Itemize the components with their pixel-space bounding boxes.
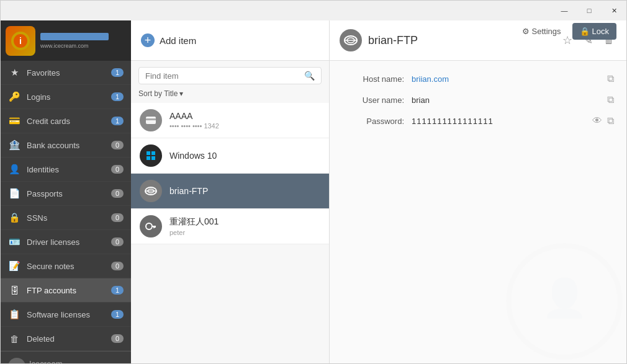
field-copy-button-2[interactable]: ⧉ (607, 115, 614, 127)
favorites-icon: ★ (8, 66, 20, 79)
svg-rect-4 (146, 118, 156, 120)
svg-rect-8 (151, 156, 155, 160)
ssns-icon: 🔒 (8, 211, 20, 224)
items-list: AAAA •••• •••• •••• 1342 Windows 10 bria… (131, 103, 329, 363)
sidebar-footer: i Icecream APPS (1, 351, 131, 363)
list-item-name-brian-ftp: brian-FTP (169, 186, 208, 196)
sidebar-item-software-licenses[interactable]: 📋 Software licenses 1 (1, 303, 131, 327)
list-item-icon-windows10 (140, 144, 162, 167)
svg-text:i: i (19, 36, 22, 46)
field-copy-button-0[interactable]: ⧉ (607, 73, 614, 84)
list-item-sub-item4: peter (169, 229, 219, 236)
field-value-0: briian.com (412, 74, 602, 84)
software-licenses-icon: 📋 (8, 308, 20, 321)
credit-cards-icon: 💳 (8, 115, 20, 127)
field-eye-button-2[interactable]: 👁 (592, 115, 602, 127)
sidebar-item-driver-licenses[interactable]: 🪪 Driver licenses 0 (1, 230, 131, 254)
sidebar-count-secure-notes: 0 (111, 262, 124, 270)
detail-field-0: Host name: briian.com ⧉ (342, 73, 614, 84)
detail-field-2: Password: 1111111111111111 👁 ⧉ (342, 115, 614, 127)
passports-icon: 📄 (8, 187, 20, 200)
footer-logo-icon: i (8, 358, 25, 363)
sidebar-item-credit-cards[interactable]: 💳 Credit cards 1 (1, 109, 131, 133)
svg-point-19 (508, 246, 620, 357)
list-item-icon-aaaa (140, 109, 162, 131)
list-item-text-aaaa: AAAA •••• •••• •••• 1342 (169, 111, 219, 130)
list-item-brian-ftp[interactable]: brian-FTP (131, 174, 329, 209)
sidebar-item-favorites[interactable]: ★ Favorites 1 (1, 61, 131, 85)
sidebar-item-identities[interactable]: 👤 Identities 0 (1, 158, 131, 182)
sidebar-item-secure-notes[interactable]: 📝 Secure notes 0 (1, 254, 131, 278)
sort-button[interactable]: Sort by Title ▾ (138, 89, 183, 98)
field-label-1: User name: (342, 95, 404, 105)
sort-arrow-icon: ▾ (179, 89, 183, 98)
sidebar-label-ftp-accounts: FTP accounts (27, 286, 111, 295)
search-input[interactable] (145, 71, 304, 81)
list-item-text-item4: 重灌狂人001 peter (169, 216, 219, 236)
sidebar: i www.icecream.com ★ Favorites 1 🔑 Login… (1, 20, 131, 363)
window-controls: — □ ✕ (552, 1, 626, 20)
sidebar-item-ftp-accounts[interactable]: 🗄 FTP accounts 1 (1, 278, 131, 303)
add-item-button[interactable]: + Add item (141, 33, 196, 47)
sidebar-label-identities: Identities (27, 165, 111, 174)
list-item-windows10[interactable]: Windows 10 (131, 138, 329, 174)
sidebar-count-ftp-accounts: 1 (111, 286, 124, 295)
app-body: i www.icecream.com ★ Favorites 1 🔑 Login… (1, 20, 626, 363)
title-bar: — □ ✕ (1, 1, 626, 20)
svg-text:👤: 👤 (541, 276, 588, 320)
detail-field-1: User name: brian ⧉ (342, 94, 614, 105)
sidebar-item-deleted[interactable]: 🗑 Deleted 0 (1, 327, 131, 351)
field-label-2: Password: (342, 117, 404, 126)
footer-brand-name: Icecream (29, 359, 62, 364)
app-window: — □ ✕ i www.icecream.com (0, 0, 627, 364)
sidebar-item-logins[interactable]: 🔑 Logins 1 (1, 85, 131, 109)
list-item-icon-item4 (140, 215, 162, 237)
settings-button[interactable]: ⚙ Settings (517, 24, 566, 38)
lock-button[interactable]: 🔒 Lock (572, 23, 616, 40)
sidebar-item-ssns[interactable]: 🔒 SSNs 0 (1, 206, 131, 230)
detail-header: ⚙ Settings 🔒 Lock brian-FTP (330, 20, 626, 61)
sidebar-count-credit-cards: 1 (111, 117, 124, 125)
plus-icon: + (141, 33, 155, 47)
list-item-text-brian-ftp: brian-FTP (169, 186, 208, 196)
sort-bar: Sort by Title ▾ (131, 87, 329, 103)
logo-title-bar (40, 33, 109, 40)
sidebar-label-bank-accounts: Bank accounts (27, 141, 111, 150)
header-action-area: ⚙ Settings 🔒 Lock (517, 23, 616, 40)
sidebar-count-logins: 1 (111, 92, 124, 101)
sidebar-item-bank-accounts[interactable]: 🏦 Bank accounts 0 (1, 133, 131, 158)
svg-rect-7 (147, 156, 150, 160)
sidebar-count-ssns: 0 (111, 213, 124, 222)
middle-panel: + Add item 🔍 Sort by Title ▾ AA (131, 20, 330, 363)
close-button[interactable]: ✕ (602, 1, 626, 20)
detail-panel: ⚙ Settings 🔒 Lock brian-FTP (330, 20, 626, 363)
watermark: 👤 (502, 239, 626, 363)
minimize-button[interactable]: — (552, 1, 577, 20)
sidebar-count-identities: 0 (111, 165, 124, 174)
sidebar-count-deleted: 0 (111, 334, 124, 343)
list-item-icon-brian-ftp (140, 180, 162, 202)
svg-rect-6 (151, 151, 155, 155)
list-item-sub-aaaa: •••• •••• •••• 1342 (169, 122, 219, 130)
field-copy-button-1[interactable]: ⧉ (607, 94, 614, 105)
maximize-button[interactable]: □ (577, 1, 602, 20)
deleted-icon: 🗑 (8, 332, 20, 345)
sidebar-count-driver-licenses: 0 (111, 237, 124, 246)
sidebar-label-secure-notes: Secure notes (27, 262, 111, 271)
sidebar-label-driver-licenses: Driver licenses (27, 237, 111, 247)
sidebar-count-bank-accounts: 0 (111, 141, 124, 149)
sidebar-count-passports: 0 (111, 189, 124, 198)
driver-licenses-icon: 🪪 (8, 236, 20, 248)
list-item-aaaa[interactable]: AAAA •••• •••• •••• 1342 (131, 103, 329, 138)
sidebar-label-software-licenses: Software licenses (27, 310, 111, 319)
search-icon: 🔍 (304, 71, 315, 81)
sidebar-item-passports[interactable]: 📄 Passports 0 (1, 182, 131, 206)
svg-rect-5 (147, 151, 150, 155)
add-item-label: Add item (160, 35, 196, 46)
logo-subtitle: www.icecream.com (40, 43, 109, 49)
sidebar-label-passports: Passports (27, 189, 111, 198)
sidebar-label-favorites: Favorites (27, 68, 111, 78)
logo-text: www.icecream.com (40, 33, 109, 49)
list-item-item4[interactable]: 重灌狂人001 peter (131, 209, 329, 244)
field-value-2: 1111111111111111 (412, 117, 589, 126)
